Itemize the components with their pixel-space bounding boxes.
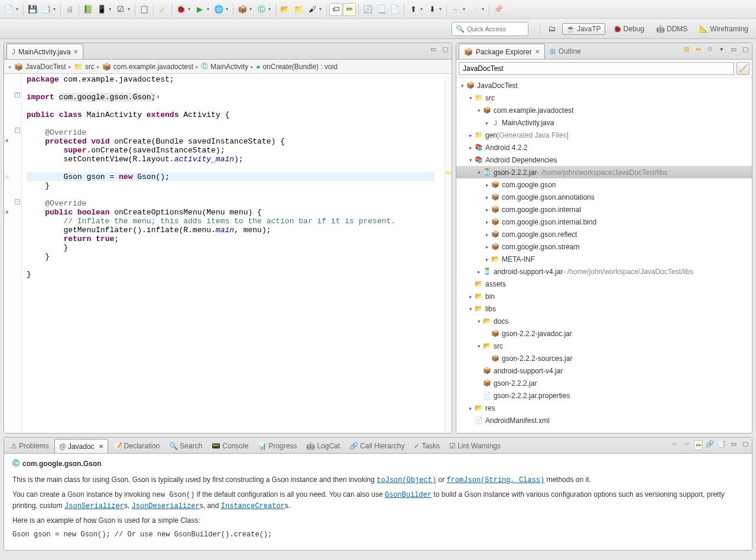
javadoc-link[interactable]: toJson(Object): [377, 476, 436, 484]
tab-lint[interactable]: ☑Lint Warnings: [445, 439, 505, 453]
phone-icon[interactable]: 📱: [95, 3, 108, 16]
chevron-down-icon[interactable]: ▾: [467, 95, 474, 101]
minimize-icon[interactable]: ▭: [729, 45, 738, 53]
toggle-b-icon[interactable]: ✏: [343, 3, 356, 16]
chevron-right-icon[interactable]: ▸: [475, 269, 482, 275]
dropdown-icon[interactable]: ▾: [188, 6, 193, 12]
tree-pkg[interactable]: ▸📦com.google.gson.stream: [456, 240, 752, 253]
back-icon[interactable]: ←: [449, 3, 462, 16]
tree-src[interactable]: ▾📁src: [456, 92, 752, 104]
clear-filter-button[interactable]: 🧹: [736, 62, 749, 75]
tree-pkg[interactable]: ▸📦com.google.gson.internal: [456, 203, 752, 216]
chevron-right-icon[interactable]: ▸: [484, 232, 491, 237]
breadcrumb-item[interactable]: onCreate(Bundle) : void: [262, 63, 338, 71]
tree-file[interactable]: 📦android-support-v4.jar: [456, 364, 752, 377]
chevron-down-icon[interactable]: ▾: [467, 157, 474, 163]
check-icon[interactable]: ☑: [114, 3, 127, 16]
save-all-icon[interactable]: 📑: [40, 3, 53, 16]
folder-open-icon[interactable]: 📂: [278, 3, 291, 16]
quick-access-input[interactable]: [467, 25, 526, 32]
overview-ruler[interactable]: [444, 74, 452, 433]
tree-gen[interactable]: ▸📁gen [Generated Java Files]: [456, 129, 752, 141]
fold-expand-icon[interactable]: +: [15, 92, 20, 97]
gutter[interactable]: + − − ▲ ⚠ ▲: [4, 74, 22, 433]
chevron-right-icon[interactable]: ▸: [467, 405, 474, 411]
tab-progress[interactable]: 📊Progress: [254, 439, 301, 453]
chevron-right-icon[interactable]: ▸: [484, 194, 491, 200]
tree-bin[interactable]: ▸📂bin: [456, 290, 752, 302]
dropdown-icon[interactable]: ▾: [482, 6, 486, 12]
editor-tab[interactable]: J MainActivity.java ✕: [7, 44, 83, 59]
dropdown-icon[interactable]: ▾: [109, 6, 113, 12]
chevron-right-icon[interactable]: ▸: [484, 219, 491, 225]
filter-icon[interactable]: ⚙: [706, 45, 714, 53]
tab-javadoc[interactable]: @Javadoc✕: [54, 439, 108, 453]
down-icon[interactable]: ⬇: [426, 3, 439, 16]
warning-mark[interactable]: [445, 171, 452, 175]
tree-project[interactable]: ▾📦JavaDocTest: [456, 79, 752, 92]
open-ext-icon[interactable]: 🔗: [706, 440, 714, 450]
link-editor-icon[interactable]: ⇔: [694, 45, 702, 53]
link-icon[interactable]: ⇔: [694, 440, 702, 450]
quick-access[interactable]: 🔍: [452, 22, 528, 36]
wand-icon[interactable]: 🪄: [156, 3, 169, 16]
chevron-down-icon[interactable]: ▾: [475, 343, 482, 349]
up-icon[interactable]: ⬆: [407, 3, 420, 16]
chevron-icon[interactable]: ▸: [251, 64, 254, 70]
class-icon[interactable]: Ⓒ: [255, 3, 268, 16]
outline-tab[interactable]: ⊞ Outline: [545, 44, 586, 59]
chevron-down-icon[interactable]: ▾: [459, 83, 466, 89]
chevron-icon[interactable]: ▸: [196, 64, 199, 70]
javadoc-link[interactable]: JsonSerializer: [64, 502, 124, 510]
tree-file[interactable]: 📦gson-2.2.2.jar: [456, 377, 752, 389]
minimize-icon[interactable]: ▭: [429, 45, 437, 53]
tree-file[interactable]: 📄AndroidManifest.xml: [456, 414, 752, 426]
maximize-icon[interactable]: ▢: [741, 45, 749, 53]
chevron-right-icon[interactable]: ▸: [467, 294, 474, 299]
minimize-icon[interactable]: ▭: [729, 440, 738, 450]
tree-pkg[interactable]: ▸📦com.google.gson.reflect: [456, 228, 752, 240]
doc-icon[interactable]: 📄: [388, 3, 401, 16]
chevron-down-icon[interactable]: ▾: [475, 318, 482, 324]
tree-android[interactable]: ▸📚Android 4.2.2: [456, 141, 752, 154]
tree-file[interactable]: ▸JMainActivity.java: [456, 116, 752, 129]
tree-deps[interactable]: ▾📚Android Dependencies: [456, 154, 752, 166]
breadcrumb-item[interactable]: JavaDocTest: [25, 63, 66, 71]
print-icon[interactable]: 🖨: [63, 3, 76, 16]
breadcrumb-item[interactable]: com.example.javadoctest: [113, 63, 193, 71]
debug-icon[interactable]: 🐞: [174, 3, 187, 16]
perspective-javatp[interactable]: ☕JavaTP: [562, 23, 605, 35]
fwd-icon[interactable]: ⇒: [682, 440, 690, 450]
dropdown-icon[interactable]: ▾: [249, 6, 254, 12]
javadoc-link[interactable]: JsonDeserializer: [132, 502, 200, 510]
tab-problems[interactable]: ⚠Problems: [7, 439, 53, 453]
tree-gsonjar[interactable]: ▾🫙gson-2.2.2.jar - /home/john/workspace/…: [456, 166, 752, 178]
brush-icon[interactable]: 🖌: [306, 3, 319, 16]
chevron-right-icon[interactable]: ▸: [467, 132, 474, 138]
tree-pkg[interactable]: ▸📦com.google.gson: [456, 178, 752, 191]
fold-collapse-icon[interactable]: −: [15, 128, 20, 133]
tree-assets[interactable]: 📂assets: [456, 278, 752, 290]
refresh-icon[interactable]: 🔄: [361, 3, 374, 16]
new-view-icon[interactable]: 📑: [718, 440, 726, 450]
package-explorer-tab[interactable]: 📦 Package Explorer ✕: [459, 44, 545, 59]
save-icon[interactable]: 💾: [26, 3, 39, 16]
dropdown-icon[interactable]: ▾: [226, 6, 231, 12]
folder-icon[interactable]: 📁: [292, 3, 305, 16]
lint-icon[interactable]: 📋: [138, 3, 151, 16]
tab-search[interactable]: 🔍Search: [165, 439, 206, 453]
dropdown-icon[interactable]: ▾: [420, 6, 425, 12]
tree-pkg[interactable]: ▸📦com.google.gson.annotations: [456, 191, 752, 203]
dropdown-icon[interactable]: ▾: [439, 6, 444, 12]
tree-file[interactable]: 📦gson-2.2.2-javadoc.jar: [456, 327, 752, 340]
maximize-icon[interactable]: ▢: [441, 45, 449, 53]
open-perspective-icon[interactable]: 🗂: [546, 22, 559, 35]
new-icon[interactable]: 📄: [2, 3, 15, 16]
tree-libs[interactable]: ▾📂libs: [456, 302, 752, 315]
chevron-right-icon[interactable]: ▸: [484, 207, 491, 213]
tree-package[interactable]: ▾📦com.example.javadoctest: [456, 104, 752, 116]
dropdown-icon[interactable]: ▾: [463, 6, 468, 12]
toggle-a-icon[interactable]: 🏷: [329, 3, 342, 16]
build-icon[interactable]: 📗: [82, 3, 95, 16]
chevron-down-icon[interactable]: ▾: [475, 108, 482, 113]
